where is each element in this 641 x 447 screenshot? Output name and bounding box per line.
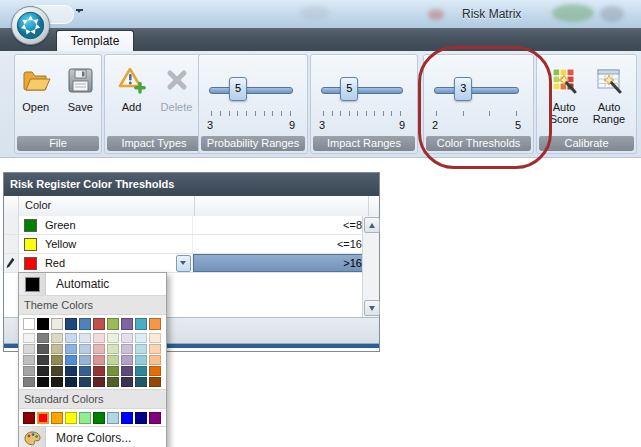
color-swatch[interactable] (51, 355, 63, 365)
color-swatch[interactable] (93, 355, 105, 365)
threshold-cell[interactable]: <=16 (193, 235, 366, 253)
color-swatch[interactable] (51, 333, 63, 343)
color-swatch[interactable] (93, 412, 105, 424)
color-swatch[interactable] (51, 318, 63, 330)
color-swatch[interactable] (135, 355, 147, 365)
color-swatch[interactable] (79, 318, 91, 330)
color-swatch[interactable] (65, 412, 77, 424)
color-swatch[interactable] (93, 318, 105, 330)
color-swatch[interactable] (135, 318, 147, 330)
color-swatch[interactable] (149, 377, 161, 387)
slider-thumb[interactable]: 5 (229, 77, 247, 101)
color-swatch[interactable] (107, 377, 119, 387)
color-swatch[interactable] (79, 344, 91, 354)
add-button[interactable]: Add (111, 59, 153, 131)
color-swatch[interactable] (79, 355, 91, 365)
color-swatch[interactable] (65, 333, 77, 343)
color-swatch[interactable] (107, 344, 119, 354)
more-colors-option[interactable]: More Colors... (19, 426, 166, 447)
slider-thumb[interactable]: 3 (454, 77, 472, 101)
delete-button[interactable]: Delete (156, 59, 198, 131)
color-swatch[interactable] (79, 412, 91, 424)
slider-track[interactable] (321, 87, 403, 94)
slider-track[interactable] (209, 87, 293, 94)
color-swatch[interactable] (51, 412, 63, 424)
color-cell[interactable]: Green (19, 216, 193, 234)
color-swatch[interactable] (37, 377, 49, 387)
color-swatch[interactable] (65, 366, 77, 376)
save-button[interactable]: Save (60, 59, 102, 131)
color-swatch[interactable] (65, 355, 77, 365)
scroll-down-button[interactable] (364, 300, 380, 316)
color-swatch[interactable] (51, 377, 63, 387)
color-swatch[interactable] (37, 366, 49, 376)
color-swatch[interactable] (149, 366, 161, 376)
color-swatch[interactable] (149, 355, 161, 365)
color-swatch[interactable] (37, 412, 49, 424)
color-cell[interactable]: Red (19, 254, 193, 272)
color-swatch[interactable] (93, 333, 105, 343)
color-swatch[interactable] (107, 333, 119, 343)
tab-template[interactable]: Template (56, 30, 134, 52)
color-swatch[interactable] (79, 333, 91, 343)
color-swatch[interactable] (65, 377, 77, 387)
color-swatch[interactable] (23, 412, 35, 424)
color-swatch[interactable] (93, 377, 105, 387)
color-swatch[interactable] (107, 366, 119, 376)
color-swatch[interactable] (135, 412, 147, 424)
slider-track[interactable] (434, 87, 519, 94)
color-swatch[interactable] (23, 344, 35, 354)
color-cell[interactable]: Yellow (19, 235, 193, 253)
color-swatch[interactable] (149, 318, 161, 330)
app-menu-button[interactable] (11, 6, 50, 45)
auto-score-button[interactable]: Auto Score (543, 59, 585, 131)
color-swatch[interactable] (107, 412, 119, 424)
color-swatch[interactable] (37, 344, 49, 354)
color-swatch[interactable] (23, 333, 35, 343)
color-swatch[interactable] (51, 344, 63, 354)
column-header-color[interactable]: Color (19, 196, 195, 216)
color-swatch[interactable] (135, 333, 147, 343)
color-swatch[interactable] (37, 333, 49, 343)
color-swatch[interactable] (121, 366, 133, 376)
color-swatch[interactable] (23, 377, 35, 387)
threshold-cell[interactable]: <=8 (193, 216, 366, 234)
table-row[interactable]: Green<=8 (4, 216, 366, 235)
color-swatch[interactable] (79, 377, 91, 387)
color-swatch[interactable] (121, 377, 133, 387)
color-swatch[interactable] (23, 366, 35, 376)
auto-range-button[interactable]: Auto Range (588, 59, 630, 131)
color-swatch[interactable] (37, 355, 49, 365)
color-swatch[interactable] (107, 318, 119, 330)
color-swatch[interactable] (149, 333, 161, 343)
color-swatch[interactable] (149, 344, 161, 354)
column-header-threshold[interactable] (195, 196, 369, 216)
threshold-cell[interactable]: >16 (193, 254, 366, 272)
vertical-scrollbar[interactable] (362, 216, 379, 317)
color-swatch[interactable] (37, 318, 49, 330)
slider-thumb[interactable]: 5 (340, 77, 358, 101)
color-swatch[interactable] (135, 377, 147, 387)
color-swatch[interactable] (121, 412, 133, 424)
color-swatch[interactable] (121, 318, 133, 330)
color-swatch[interactable] (135, 366, 147, 376)
color-swatch[interactable] (121, 333, 133, 343)
color-swatch[interactable] (65, 344, 77, 354)
color-swatch[interactable] (135, 344, 147, 354)
automatic-option[interactable]: Automatic (19, 273, 166, 295)
color-swatch[interactable] (107, 355, 119, 365)
color-swatch[interactable] (51, 366, 63, 376)
qat-dropdown-icon[interactable] (76, 9, 83, 25)
color-swatch[interactable] (121, 355, 133, 365)
color-swatch[interactable] (149, 412, 161, 424)
color-swatch[interactable] (93, 366, 105, 376)
color-swatch[interactable] (121, 344, 133, 354)
color-dropdown-button[interactable] (176, 255, 191, 272)
color-swatch[interactable] (93, 344, 105, 354)
table-row[interactable]: Yellow<=16 (4, 235, 366, 254)
color-swatch[interactable] (23, 355, 35, 365)
scroll-up-button[interactable] (364, 217, 380, 233)
color-swatch[interactable] (65, 318, 77, 330)
open-button[interactable]: Open (15, 59, 57, 131)
color-swatch[interactable] (79, 366, 91, 376)
